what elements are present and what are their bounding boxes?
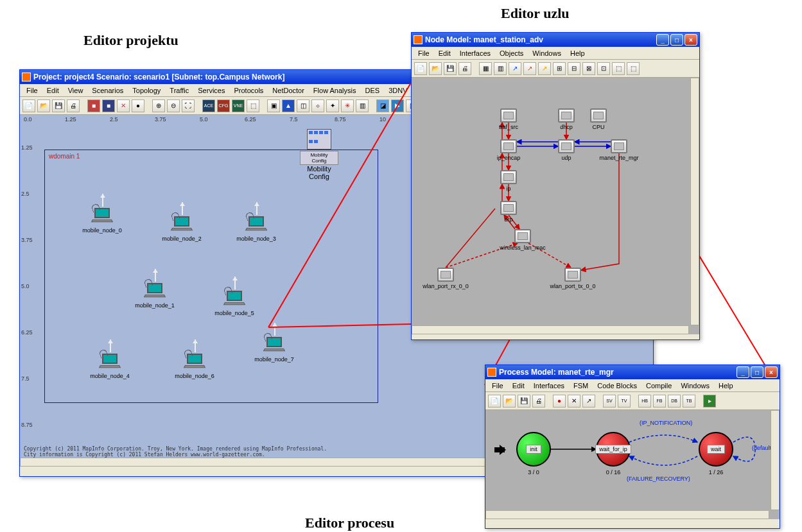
node-block[interactable] xyxy=(564,268,581,282)
tb-icon[interactable]: TB xyxy=(683,395,695,408)
menu-des[interactable]: DES xyxy=(362,85,384,96)
menu-file[interactable]: File xyxy=(488,381,507,391)
node-block[interactable] xyxy=(500,139,517,153)
mobile-node[interactable]: mobile_node_1 xyxy=(129,283,180,309)
menu-objects[interactable]: Objects xyxy=(496,48,527,58)
node-block[interactable] xyxy=(500,201,517,215)
tool-icon[interactable]: ✕ xyxy=(117,99,130,112)
mobile-node[interactable]: mobile_node_6 xyxy=(169,354,220,379)
minimize-button[interactable]: _ xyxy=(737,366,749,378)
menu-traffic[interactable]: Traffic xyxy=(166,85,193,96)
arrow-icon[interactable]: ↗ xyxy=(509,62,521,75)
menu-services[interactable]: Services xyxy=(194,85,229,96)
menu-netdoctor[interactable]: NetDoctor xyxy=(268,85,308,96)
menu-edit[interactable]: Edit xyxy=(509,381,528,391)
mobile-node[interactable]: mobile_node_7 xyxy=(248,337,300,363)
mobile-node[interactable]: mobile_node_2 xyxy=(156,216,207,242)
tool-icon[interactable]: ▥ xyxy=(356,99,369,112)
menu-file[interactable]: File xyxy=(22,85,42,96)
tool-icon[interactable]: ▶ xyxy=(391,99,404,112)
tool-icon[interactable]: ⬚ xyxy=(612,62,625,75)
tool-icon[interactable]: ⬚ xyxy=(627,62,640,75)
menu-help[interactable]: Help xyxy=(715,381,737,391)
zoom-out-icon[interactable]: ⊖ xyxy=(167,99,180,112)
minimize-button[interactable]: _ xyxy=(656,34,669,46)
menu-windows[interactable]: Windows xyxy=(528,48,565,58)
compile-icon[interactable]: ▸ xyxy=(703,395,716,408)
menu-codeblocks[interactable]: Code Blocks xyxy=(593,381,641,391)
state-init[interactable]: init xyxy=(516,432,551,467)
tool-icon[interactable]: ⊟ xyxy=(568,62,580,75)
menu-file[interactable]: File xyxy=(414,48,433,58)
process-titlebar[interactable]: Process Model: manet_rte_mgr _ □ × xyxy=(485,365,780,379)
tool-icon[interactable]: VNE xyxy=(232,99,245,112)
node-block[interactable] xyxy=(558,139,575,153)
menu-protocols[interactable]: Protocols xyxy=(230,85,267,96)
tool-icon[interactable]: ▲ xyxy=(282,99,295,112)
menu-help[interactable]: Help xyxy=(566,48,589,58)
menu-3dnv[interactable]: 3DNV xyxy=(385,85,411,96)
open-icon[interactable]: 📂 xyxy=(503,395,516,408)
mobile-node[interactable]: mobile_node_4 xyxy=(84,354,135,379)
node-canvas[interactable]: traf_srcdhcpCPUip_encapudpmanet_rte_mgri… xyxy=(412,78,699,334)
menu-interfaces[interactable]: Interfaces xyxy=(530,381,568,391)
arrow-icon[interactable]: ↗ xyxy=(582,395,595,408)
node-titlebar[interactable]: Node Model: manet_station_adv _ □ × xyxy=(412,33,699,47)
fb-icon[interactable]: FB xyxy=(653,395,666,408)
tool-icon[interactable]: ▦ xyxy=(479,62,492,75)
tool-icon[interactable]: ⬚ xyxy=(247,99,259,112)
node-block[interactable] xyxy=(500,108,517,123)
mobile-node[interactable]: mobile_node_5 xyxy=(209,291,260,316)
v-scrollbar[interactable] xyxy=(690,78,699,325)
arrow-icon[interactable]: ↗ xyxy=(538,62,551,75)
menu-compile[interactable]: Compile xyxy=(642,381,676,391)
close-button[interactable]: × xyxy=(684,34,697,46)
node-block[interactable] xyxy=(500,170,517,184)
state-wait_for_ip[interactable]: wait_for_ip xyxy=(596,432,631,467)
new-icon[interactable]: 📄 xyxy=(488,395,501,408)
open-icon[interactable]: 📂 xyxy=(429,62,442,75)
arrow-icon[interactable]: ↗ xyxy=(523,62,536,75)
tool-icon[interactable]: ⊞ xyxy=(553,62,566,75)
tool-icon[interactable]: ● xyxy=(132,99,144,112)
node-block[interactable] xyxy=(558,108,575,123)
db-icon[interactable]: DB xyxy=(668,395,681,408)
zoom-fit-icon[interactable]: ⛶ xyxy=(182,99,195,112)
new-icon[interactable]: 📄 xyxy=(22,99,35,112)
tool-icon[interactable]: ▥ xyxy=(494,62,507,75)
save-icon[interactable]: 💾 xyxy=(52,99,65,112)
tool-icon[interactable]: ⊠ xyxy=(582,62,595,75)
sv-icon[interactable]: SV xyxy=(603,395,616,408)
tool-icon[interactable]: ⊡ xyxy=(597,62,610,75)
tool-icon[interactable]: ▣ xyxy=(267,99,280,112)
tool-icon[interactable]: ✕ xyxy=(568,395,580,408)
state-icon[interactable]: ● xyxy=(553,395,566,408)
tool-icon[interactable]: ✳ xyxy=(341,99,354,112)
tool-icon[interactable]: ⟐ xyxy=(311,99,324,112)
zoom-in-icon[interactable]: ⊕ xyxy=(152,99,165,112)
maximize-button[interactable]: □ xyxy=(670,34,683,46)
h-scrollbar[interactable] xyxy=(412,325,689,334)
close-button[interactable]: × xyxy=(765,366,778,378)
tool-icon[interactable]: ACE xyxy=(202,99,215,112)
save-icon[interactable]: 💾 xyxy=(518,395,530,408)
mobile-node[interactable]: mobile_node_3 xyxy=(231,216,282,242)
tool-icon[interactable]: ◪ xyxy=(376,99,389,112)
state-wait[interactable]: wait xyxy=(699,432,733,467)
print-icon[interactable]: 🖨 xyxy=(458,62,471,75)
menu-windows[interactable]: Windows xyxy=(677,381,713,391)
maximize-button[interactable]: □ xyxy=(751,366,763,378)
mobile-node[interactable]: mobile_node_0 xyxy=(76,208,128,234)
hb-icon[interactable]: HB xyxy=(638,395,651,408)
new-icon[interactable]: 📄 xyxy=(414,62,427,75)
print-icon[interactable]: 🖨 xyxy=(67,99,80,112)
menu-fsm[interactable]: FSM xyxy=(570,381,592,391)
print-icon[interactable]: 🖨 xyxy=(532,395,545,408)
menu-interfaces[interactable]: Interfaces xyxy=(456,48,494,58)
save-icon[interactable]: 💾 xyxy=(444,62,457,75)
menu-edit[interactable]: Edit xyxy=(435,48,455,58)
tool-icon[interactable]: CFG xyxy=(217,99,230,112)
tv-icon[interactable]: TV xyxy=(618,395,631,408)
process-canvas[interactable]: init3 / 0wait_for_ip0 / 16wait1 / 26 (IP… xyxy=(485,410,780,519)
menu-scenarios[interactable]: Scenarios xyxy=(88,85,127,96)
